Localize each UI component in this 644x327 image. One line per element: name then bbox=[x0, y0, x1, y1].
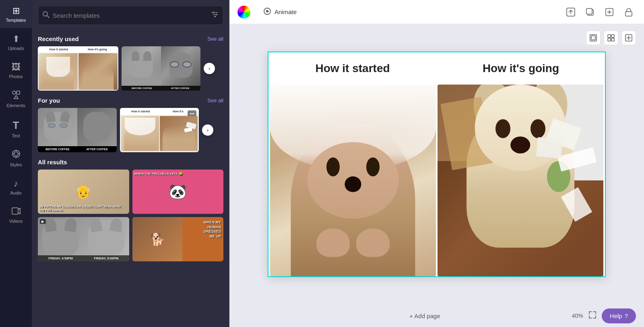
add-page-icon-button[interactable] bbox=[602, 5, 617, 19]
svg-point-10 bbox=[43, 12, 47, 16]
styles-icon bbox=[12, 149, 21, 161]
sidebar-item-text[interactable]: T Text bbox=[0, 114, 32, 144]
sidebar-item-videos[interactable]: Videos bbox=[0, 201, 32, 229]
add-page-button[interactable]: + Add page bbox=[403, 309, 446, 323]
top-toolbar: Animate bbox=[229, 0, 644, 24]
zoom-expand-button[interactable] bbox=[586, 310, 599, 322]
sidebar-item-uploads[interactable]: ⬆ Uploads bbox=[0, 28, 32, 56]
zoom-controls: 40% Help ? bbox=[572, 308, 636, 323]
templates-icon: ⊞ bbox=[12, 6, 20, 16]
sidebar-item-photos[interactable]: 🖼 Photos bbox=[0, 56, 32, 85]
template-paycheck-meme[interactable]: WHEN THE PAYCHECK HITS 🤑 🐼 bbox=[132, 170, 224, 214]
svg-rect-25 bbox=[586, 8, 592, 14]
canvas-add-button[interactable] bbox=[621, 31, 636, 45]
svg-rect-33 bbox=[611, 35, 614, 37]
svg-point-17 bbox=[214, 16, 216, 17]
svg-rect-29 bbox=[625, 12, 632, 16]
search-bar bbox=[38, 6, 223, 25]
template-before-after-coffee-recent[interactable]: BEFORE COFFEE AFTER COFFEE bbox=[122, 46, 200, 91]
canvas-col1-title: How it started bbox=[268, 62, 437, 75]
canvas-grid-button[interactable] bbox=[604, 31, 618, 45]
sidebar-item-label: Text bbox=[12, 133, 20, 138]
help-icon: ? bbox=[625, 313, 628, 319]
toolbar-left: Animate bbox=[237, 4, 303, 20]
all-results-title: All results bbox=[38, 159, 67, 166]
animate-button[interactable]: Animate bbox=[257, 4, 303, 20]
search-icon bbox=[42, 11, 50, 20]
canvas-region: How it started How it's going bbox=[229, 24, 644, 304]
video-badge: ▶ bbox=[40, 219, 46, 224]
svg-rect-1 bbox=[17, 91, 20, 94]
sidebar-item-label: Uploads bbox=[8, 46, 24, 51]
svg-rect-35 bbox=[611, 38, 614, 41]
canvas-col2-title: How it's going bbox=[437, 62, 605, 75]
svg-line-11 bbox=[47, 16, 49, 18]
duplicate-icon-button[interactable] bbox=[583, 5, 597, 19]
search-input[interactable] bbox=[53, 12, 208, 19]
svg-rect-34 bbox=[608, 38, 611, 41]
meme-glasses-text: ME PUTTING MY GLASSES ON 'CAUSE I CAN'T … bbox=[39, 205, 128, 212]
for-you-row: BEFORE COFFEE AFTER COFFEE ••• How it st… bbox=[38, 108, 223, 152]
icon-sidebar: ⊞ Templates ⬆ Uploads 🖼 Photos Elements … bbox=[0, 0, 32, 327]
svg-point-0 bbox=[12, 91, 16, 94]
template-glasses-meme[interactable]: 👴 ME PUTTING MY GLASSES ON 'CAUSE I CAN'… bbox=[38, 170, 129, 214]
help-button[interactable]: Help ? bbox=[602, 308, 636, 323]
canvas-controls bbox=[586, 31, 636, 45]
filter-icon[interactable] bbox=[211, 10, 219, 21]
recently-used-see-all[interactable]: See all bbox=[207, 36, 223, 42]
svg-point-4 bbox=[14, 152, 18, 156]
sidebar-item-label: Audio bbox=[10, 190, 21, 195]
photos-icon: 🖼 bbox=[12, 62, 21, 72]
sidebar-item-elements[interactable]: Elements bbox=[0, 85, 32, 114]
recently-used-scroll-arrow[interactable]: › bbox=[204, 63, 215, 74]
lock-icon-button[interactable] bbox=[621, 5, 636, 19]
sidebar-item-styles[interactable]: Styles bbox=[0, 144, 32, 173]
canvas-right-image[interactable] bbox=[438, 85, 603, 276]
svg-rect-32 bbox=[608, 35, 611, 37]
recently-used-header: Recently used See all bbox=[38, 35, 223, 42]
all-results-grid: 👴 ME PUTTING MY GLASSES ON 'CAUSE I CAN'… bbox=[38, 170, 223, 261]
cats-time-badge-2: FRIDAY, 5:00PM bbox=[83, 255, 129, 261]
share-icon-button[interactable] bbox=[564, 5, 578, 19]
panel-scroll[interactable]: Recently used See all How it started How… bbox=[32, 29, 229, 327]
for-you-title: For you bbox=[38, 97, 60, 104]
for-you-see-all[interactable]: See all bbox=[207, 97, 223, 103]
sidebar-item-audio[interactable]: ♪ Audio bbox=[0, 173, 32, 201]
sidebar-item-label: Templates bbox=[6, 18, 26, 23]
audio-icon: ♪ bbox=[14, 178, 18, 189]
sidebar-item-label: Elements bbox=[7, 103, 25, 108]
all-results-row-2: FRIDAY, 4:59PM FRIDAY, 5:00PM ▶ bbox=[38, 217, 223, 261]
bottom-bar: + Add page 40% Help ? bbox=[229, 304, 644, 327]
template-how-it-started-recent[interactable]: How it started How it's going bbox=[38, 46, 118, 91]
elements-icon bbox=[12, 90, 21, 101]
svg-point-15 bbox=[213, 12, 214, 13]
svg-point-16 bbox=[216, 14, 217, 15]
paycheck-text: WHEN THE PAYCHECK HITS 🤑 bbox=[134, 172, 183, 176]
for-you-scroll-arrow[interactable]: › bbox=[202, 124, 213, 136]
for-you-header: For you See all bbox=[38, 97, 223, 104]
pug-text: WHEN MYHUMANDRESSESME UP bbox=[204, 220, 221, 239]
cats-time-badge-1: FRIDAY, 4:59PM bbox=[38, 255, 83, 261]
template-how-it-started-fy[interactable]: ••• How it started How it's bbox=[120, 108, 199, 152]
zoom-level: 40% bbox=[572, 313, 583, 319]
color-wheel[interactable] bbox=[237, 6, 250, 19]
recently-used-row: How it started How it's going bbox=[38, 46, 223, 91]
canvas-frame-button[interactable] bbox=[586, 31, 601, 45]
template-cats-time[interactable]: FRIDAY, 4:59PM FRIDAY, 5:00PM ▶ bbox=[38, 217, 129, 261]
sidebar-item-templates[interactable]: ⊞ Templates bbox=[0, 0, 32, 28]
svg-rect-31 bbox=[591, 36, 595, 40]
canvas-left-image[interactable] bbox=[270, 85, 436, 276]
animate-label: Animate bbox=[275, 8, 297, 15]
recently-used-title: Recently used bbox=[38, 35, 79, 42]
template-before-after-fy[interactable]: BEFORE COFFEE AFTER COFFEE bbox=[38, 108, 117, 152]
svg-rect-9 bbox=[12, 208, 18, 214]
sidebar-item-label: Styles bbox=[10, 162, 22, 167]
design-canvas[interactable]: How it started How it's going bbox=[268, 52, 606, 277]
all-results-header: All results bbox=[38, 159, 223, 166]
sidebar-item-label: Videos bbox=[9, 219, 23, 224]
svg-point-19 bbox=[266, 10, 268, 12]
toolbar-right bbox=[564, 5, 636, 19]
canvas-header: How it started How it's going bbox=[268, 52, 605, 85]
template-pug-meme[interactable]: 🐕 WHEN MYHUMANDRESSESME UP bbox=[132, 217, 224, 261]
upload-icon: ⬆ bbox=[12, 34, 20, 44]
